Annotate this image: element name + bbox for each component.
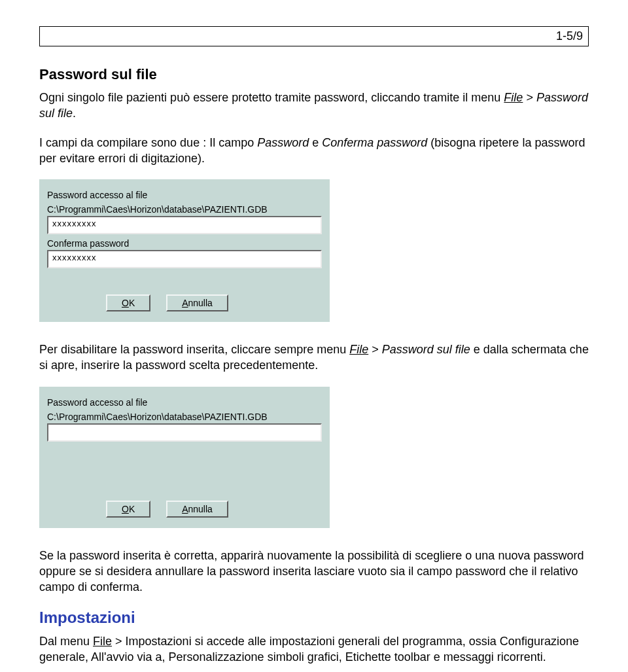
label-file-path: C:\Programmi\Caes\Horizon\database\PAZIE…: [47, 204, 322, 215]
section2-para1: Per disabilitare la password inserita, c…: [39, 342, 589, 374]
ok-button-2[interactable]: OK: [106, 501, 150, 518]
cancel-button[interactable]: Annulla: [166, 294, 228, 311]
section4-title: Impostazioni: [39, 609, 589, 627]
page-number: 1-5/9: [39, 26, 589, 46]
label-password-access-2: Password accesso al file: [47, 397, 322, 408]
cancel-button-2[interactable]: Annulla: [166, 501, 228, 518]
label-confirm-password: Conferma password: [47, 238, 322, 249]
section1-para2: I campi da compilare sono due : Il campo…: [39, 135, 589, 167]
password-dialog-1: Password accesso al file C:\Programmi\Ca…: [39, 179, 330, 322]
password-input[interactable]: xxxxxxxxx: [47, 216, 322, 234]
section1-para1: Ogni singolo file pazienti può essere pr…: [39, 90, 589, 122]
section1-title: Password sul file: [39, 66, 589, 83]
ok-button[interactable]: OK: [106, 294, 150, 311]
label-file-path-2: C:\Programmi\Caes\Horizon\database\PAZIE…: [47, 412, 322, 422]
password-input-2[interactable]: [47, 423, 322, 442]
label-password-access: Password accesso al file: [47, 190, 322, 200]
section3-para1: Se la password inserita è corretta, appa…: [39, 548, 589, 595]
password-dialog-2: Password accesso al file C:\Programmi\Ca…: [39, 387, 330, 528]
section4-para1: Dal menu File > Impostazioni si accede a…: [39, 633, 589, 665]
confirm-password-input[interactable]: xxxxxxxxx: [47, 250, 322, 268]
